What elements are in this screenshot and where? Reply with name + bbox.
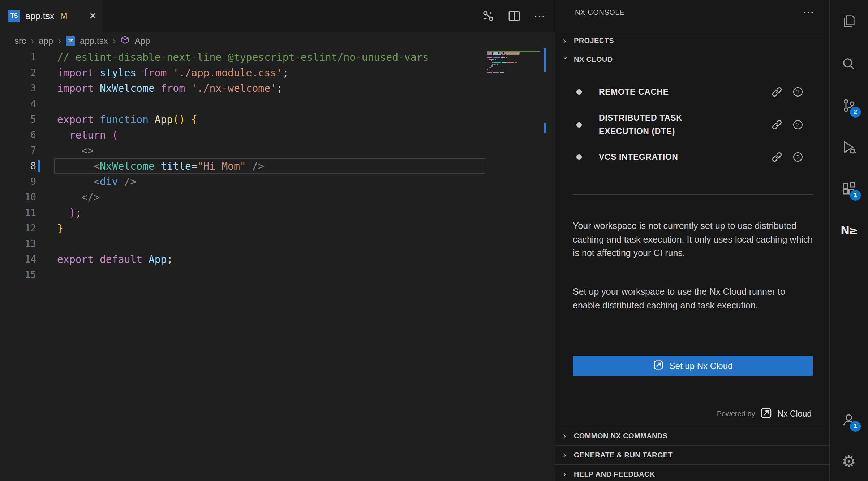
chevron-down-icon: ›: [561, 56, 571, 62]
workspace-status-text: Your workspace is not currently set up t…: [573, 219, 814, 260]
run-debug-icon[interactable]: [837, 135, 861, 159]
chevron-right-icon: ›: [112, 35, 116, 47]
line-number: 9: [0, 174, 36, 190]
tab-bar: TS app.tsx M ✕ ⋯: [0, 0, 555, 32]
line-number: 1: [0, 50, 36, 65]
code-line-5[interactable]: 5export function App() {: [0, 112, 555, 127]
code-line-8[interactable]: 8 <NxWelcome title="Hi Mom" />: [0, 158, 555, 174]
feature-label: DISTRIBUTED TASK EXECUTION (DTE): [599, 111, 711, 138]
close-tab-icon[interactable]: ✕: [89, 11, 96, 21]
chevron-right-icon: ›: [58, 35, 61, 47]
line-number: 11: [0, 205, 36, 221]
chevron-right-icon: ›: [563, 36, 569, 46]
code-line-14[interactable]: 14export default App;: [0, 252, 555, 267]
breadcrumb-file[interactable]: app.tsx: [80, 36, 108, 46]
section-label: COMMON NX COMMANDS: [574, 432, 667, 440]
settings-gear-icon[interactable]: ⚙: [837, 450, 861, 473]
breadcrumb-app[interactable]: app: [39, 36, 53, 46]
connect-icon[interactable]: [772, 152, 782, 162]
nx-console-icon[interactable]: N≥: [837, 218, 861, 242]
code-line-9[interactable]: 9 <div />: [0, 174, 555, 190]
status-dot: [576, 89, 582, 95]
line-number: 6: [0, 127, 36, 143]
line-number: 3: [0, 81, 36, 96]
code-text: <div />: [57, 174, 136, 190]
code-line-15[interactable]: 15: [0, 267, 555, 283]
nx-cloud-logo-icon: [653, 359, 664, 373]
line-number: 4: [0, 96, 36, 112]
section-generate-run-target[interactable]: › GENERATE & RUN TARGET: [555, 445, 829, 464]
help-icon[interactable]: ?: [792, 119, 803, 130]
status-dot: [576, 154, 582, 160]
source-control-icon[interactable]: 2: [837, 94, 861, 118]
divider: [573, 194, 813, 195]
code-line-4[interactable]: 4: [0, 96, 555, 112]
code-line-10[interactable]: 10 </>: [0, 190, 555, 205]
nx-cloud-brand-label: Nx Cloud: [777, 409, 812, 419]
scm-changes-badge: 2: [850, 107, 861, 118]
code-line-1[interactable]: 1// eslint-disable-next-line @typescript…: [0, 50, 555, 65]
chevron-right-icon: ›: [31, 35, 34, 47]
minimap[interactable]: [487, 51, 543, 80]
nx-console-panel: NX CONSOLE ⋯ › PROJECTS › NX CLOUD REMOT…: [555, 0, 829, 481]
nx-logo: N≥: [841, 224, 857, 237]
code-text: export default App;: [57, 252, 173, 267]
code-line-6[interactable]: 6 return (: [0, 127, 555, 143]
code-line-11[interactable]: 11 );: [0, 205, 555, 221]
svg-text:?: ?: [796, 154, 799, 161]
code-line-3[interactable]: 3import NxWelcome from './nx-welcome';: [0, 81, 555, 96]
feature-label: REMOTE CACHE: [599, 85, 711, 99]
tab-app-tsx[interactable]: TS app.tsx M ✕: [0, 0, 103, 32]
activity-bar: 2 1 N≥ 1 ⚙: [829, 0, 868, 481]
code-line-2[interactable]: 2import styles from './app.module.css';: [0, 65, 555, 81]
line-number: 5: [0, 112, 36, 127]
setup-button-label: Set up Nx Cloud: [670, 361, 733, 371]
open-changes-icon[interactable]: [482, 9, 495, 22]
extensions-icon[interactable]: 1: [837, 177, 861, 201]
feature-vcs-integration: VCS INTEGRATION ?: [555, 147, 829, 167]
code-line-7[interactable]: 7 <>: [0, 143, 555, 158]
connect-icon[interactable]: [772, 119, 782, 130]
setup-nx-cloud-button[interactable]: Set up Nx Cloud: [573, 356, 813, 376]
panel-more-actions-icon[interactable]: ⋯: [803, 7, 814, 18]
section-label: NX CLOUD: [574, 55, 613, 64]
overview-ruler-mark: [544, 123, 546, 133]
nx-cloud-logo-icon: [760, 407, 772, 421]
setup-hint-text: Set up your workspace to use the Nx Clou…: [573, 285, 814, 312]
breadcrumb-src[interactable]: src: [14, 36, 26, 46]
status-dot: [576, 122, 582, 128]
section-common-nx-commands[interactable]: › COMMON NX COMMANDS: [555, 426, 829, 445]
code-text: import styles from './app.module.css';: [57, 65, 289, 81]
help-icon[interactable]: ?: [792, 86, 803, 97]
editor-group: TS app.tsx M ✕ ⋯: [0, 0, 555, 481]
extensions-badge: 1: [850, 190, 861, 201]
code-text: </>: [57, 190, 100, 205]
gear-glyph: ⚙: [842, 454, 856, 469]
section-help-and-feedback[interactable]: › HELP AND FEEDBACK: [555, 464, 829, 481]
line-number: 14: [0, 252, 36, 267]
code-line-12[interactable]: 12}: [0, 221, 555, 236]
feature-dte: DISTRIBUTED TASK EXECUTION (DTE) ?: [555, 108, 829, 142]
typescript-file-icon: TS: [66, 36, 75, 46]
help-icon[interactable]: ?: [792, 152, 803, 162]
code-text: <NxWelcome title="Hi Mom" />: [57, 158, 264, 174]
line-number: 13: [0, 236, 36, 252]
code-text: import NxWelcome from './nx-welcome';: [57, 81, 283, 96]
line-number: 12: [0, 221, 36, 236]
feature-label: VCS INTEGRATION: [599, 150, 711, 164]
explorer-icon[interactable]: [837, 9, 861, 33]
section-nx-cloud[interactable]: › NX CLOUD: [555, 51, 829, 67]
connect-icon[interactable]: [772, 86, 782, 97]
code-text: }: [57, 221, 63, 236]
feature-remote-cache: REMOTE CACHE ?: [555, 82, 829, 102]
section-projects[interactable]: › PROJECTS: [555, 33, 829, 48]
split-editor-icon[interactable]: [508, 9, 521, 22]
code-editor[interactable]: 1// eslint-disable-next-line @typescript…: [0, 50, 555, 283]
more-actions-icon[interactable]: ⋯: [534, 10, 545, 22]
breadcrumb-symbol[interactable]: App: [134, 36, 150, 46]
chevron-right-icon: ›: [563, 431, 569, 441]
code-text: return (: [57, 127, 118, 143]
code-line-13[interactable]: 13: [0, 236, 555, 252]
search-icon[interactable]: [837, 52, 861, 76]
account-icon[interactable]: 1: [837, 408, 861, 432]
